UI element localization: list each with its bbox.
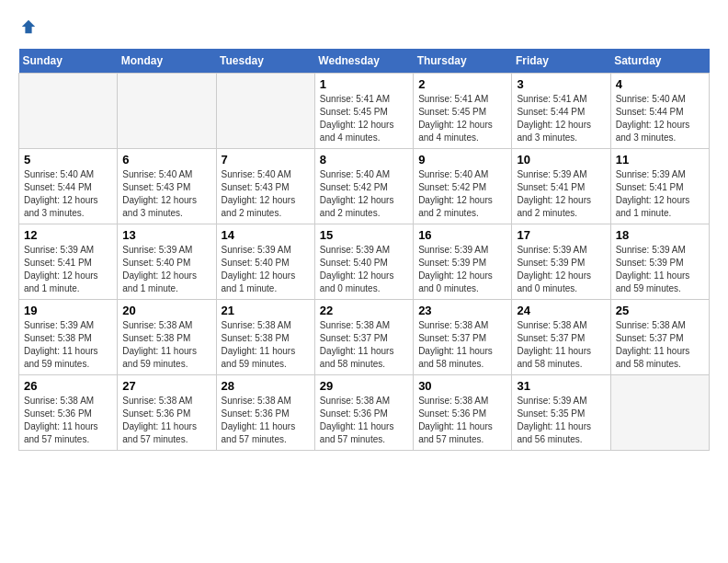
day-number: 19 bbox=[24, 304, 112, 317]
day-info: Sunrise: 5:39 AM Sunset: 5:40 PM Dayligh… bbox=[122, 244, 210, 295]
calendar-cell: 30Sunrise: 5:38 AM Sunset: 5:36 PM Dayli… bbox=[414, 375, 512, 451]
day-info: Sunrise: 5:39 AM Sunset: 5:41 PM Dayligh… bbox=[616, 168, 704, 220]
day-info: Sunrise: 5:39 AM Sunset: 5:40 PM Dayligh… bbox=[320, 244, 408, 295]
calendar-cell bbox=[118, 74, 216, 149]
calendar-week-1: 1Sunrise: 5:41 AM Sunset: 5:45 PM Daylig… bbox=[19, 74, 710, 149]
day-number: 4 bbox=[616, 77, 704, 91]
day-number: 6 bbox=[122, 153, 210, 167]
calendar-cell: 15Sunrise: 5:39 AM Sunset: 5:40 PM Dayli… bbox=[314, 224, 413, 300]
day-number: 24 bbox=[517, 304, 605, 317]
calendar-cell: 14Sunrise: 5:39 AM Sunset: 5:40 PM Dayli… bbox=[216, 224, 314, 300]
day-number: 10 bbox=[517, 153, 605, 167]
day-info: Sunrise: 5:41 AM Sunset: 5:44 PM Dayligh… bbox=[517, 93, 605, 144]
calendar-table: SundayMondayTuesdayWednesdayThursdayFrid… bbox=[18, 49, 710, 451]
day-number: 16 bbox=[418, 228, 506, 242]
calendar-cell: 1Sunrise: 5:41 AM Sunset: 5:45 PM Daylig… bbox=[314, 74, 413, 149]
day-number: 3 bbox=[517, 77, 605, 91]
day-header-tuesday: Tuesday bbox=[216, 49, 314, 74]
day-header-saturday: Saturday bbox=[610, 49, 709, 74]
day-info: Sunrise: 5:40 AM Sunset: 5:43 PM Dayligh… bbox=[122, 168, 210, 220]
day-number: 22 bbox=[320, 304, 408, 317]
day-info: Sunrise: 5:38 AM Sunset: 5:38 PM Dayligh… bbox=[122, 319, 210, 371]
day-info: Sunrise: 5:39 AM Sunset: 5:40 PM Dayligh… bbox=[222, 244, 310, 295]
logo-icon bbox=[20, 18, 37, 35]
calendar-cell: 20Sunrise: 5:38 AM Sunset: 5:38 PM Dayli… bbox=[118, 300, 216, 375]
day-info: Sunrise: 5:39 AM Sunset: 5:39 PM Dayligh… bbox=[517, 244, 605, 295]
header-row: SundayMondayTuesdayWednesdayThursdayFrid… bbox=[19, 49, 710, 74]
calendar-cell: 29Sunrise: 5:38 AM Sunset: 5:36 PM Dayli… bbox=[314, 375, 413, 451]
calendar-cell: 25Sunrise: 5:38 AM Sunset: 5:37 PM Dayli… bbox=[610, 300, 709, 375]
day-number: 27 bbox=[122, 379, 210, 393]
calendar-cell: 3Sunrise: 5:41 AM Sunset: 5:44 PM Daylig… bbox=[512, 74, 610, 149]
day-info: Sunrise: 5:39 AM Sunset: 5:39 PM Dayligh… bbox=[616, 244, 704, 295]
day-number: 8 bbox=[320, 153, 408, 167]
day-info: Sunrise: 5:38 AM Sunset: 5:36 PM Dayligh… bbox=[418, 395, 506, 446]
calendar-cell: 6Sunrise: 5:40 AM Sunset: 5:43 PM Daylig… bbox=[118, 149, 216, 224]
calendar-cell: 7Sunrise: 5:40 AM Sunset: 5:43 PM Daylig… bbox=[216, 149, 314, 224]
day-number: 28 bbox=[222, 379, 310, 393]
day-number: 30 bbox=[418, 379, 506, 393]
day-info: Sunrise: 5:38 AM Sunset: 5:37 PM Dayligh… bbox=[517, 319, 605, 371]
calendar-week-3: 12Sunrise: 5:39 AM Sunset: 5:41 PM Dayli… bbox=[19, 224, 710, 300]
day-number: 2 bbox=[418, 77, 506, 91]
day-info: Sunrise: 5:38 AM Sunset: 5:38 PM Dayligh… bbox=[222, 319, 310, 371]
day-number: 11 bbox=[616, 153, 704, 167]
calendar-cell bbox=[216, 74, 314, 149]
day-number: 21 bbox=[222, 304, 310, 317]
calendar-cell: 11Sunrise: 5:39 AM Sunset: 5:41 PM Dayli… bbox=[610, 149, 709, 224]
day-info: Sunrise: 5:38 AM Sunset: 5:37 PM Dayligh… bbox=[616, 319, 704, 371]
calendar-week-4: 19Sunrise: 5:39 AM Sunset: 5:38 PM Dayli… bbox=[19, 300, 710, 375]
day-number: 13 bbox=[122, 228, 210, 242]
calendar-cell: 10Sunrise: 5:39 AM Sunset: 5:41 PM Dayli… bbox=[512, 149, 610, 224]
calendar-cell: 22Sunrise: 5:38 AM Sunset: 5:37 PM Dayli… bbox=[314, 300, 413, 375]
calendar-cell: 4Sunrise: 5:40 AM Sunset: 5:44 PM Daylig… bbox=[610, 74, 709, 149]
calendar-cell: 21Sunrise: 5:38 AM Sunset: 5:38 PM Dayli… bbox=[216, 300, 314, 375]
calendar-week-2: 5Sunrise: 5:40 AM Sunset: 5:44 PM Daylig… bbox=[19, 149, 710, 224]
day-header-sunday: Sunday bbox=[19, 49, 118, 74]
calendar-cell: 26Sunrise: 5:38 AM Sunset: 5:36 PM Dayli… bbox=[19, 375, 118, 451]
day-info: Sunrise: 5:40 AM Sunset: 5:44 PM Dayligh… bbox=[616, 93, 704, 144]
calendar-cell bbox=[610, 375, 709, 451]
calendar-cell bbox=[19, 74, 118, 149]
calendar-cell: 27Sunrise: 5:38 AM Sunset: 5:36 PM Dayli… bbox=[118, 375, 216, 451]
calendar-cell: 23Sunrise: 5:38 AM Sunset: 5:37 PM Dayli… bbox=[414, 300, 512, 375]
logo bbox=[18, 18, 37, 35]
day-info: Sunrise: 5:38 AM Sunset: 5:36 PM Dayligh… bbox=[122, 395, 210, 446]
day-info: Sunrise: 5:40 AM Sunset: 5:44 PM Dayligh… bbox=[24, 168, 112, 220]
calendar-cell: 2Sunrise: 5:41 AM Sunset: 5:45 PM Daylig… bbox=[414, 74, 512, 149]
day-header-friday: Friday bbox=[512, 49, 610, 74]
day-info: Sunrise: 5:39 AM Sunset: 5:41 PM Dayligh… bbox=[517, 168, 605, 220]
calendar-cell: 19Sunrise: 5:39 AM Sunset: 5:38 PM Dayli… bbox=[19, 300, 118, 375]
day-info: Sunrise: 5:41 AM Sunset: 5:45 PM Dayligh… bbox=[320, 93, 408, 144]
day-header-thursday: Thursday bbox=[414, 49, 512, 74]
day-info: Sunrise: 5:38 AM Sunset: 5:37 PM Dayligh… bbox=[320, 319, 408, 371]
calendar-cell: 13Sunrise: 5:39 AM Sunset: 5:40 PM Dayli… bbox=[118, 224, 216, 300]
calendar-cell: 9Sunrise: 5:40 AM Sunset: 5:42 PM Daylig… bbox=[414, 149, 512, 224]
day-number: 7 bbox=[222, 153, 310, 167]
calendar-cell: 24Sunrise: 5:38 AM Sunset: 5:37 PM Dayli… bbox=[512, 300, 610, 375]
day-number: 12 bbox=[24, 228, 112, 242]
day-number: 29 bbox=[320, 379, 408, 393]
day-number: 15 bbox=[320, 228, 408, 242]
day-number: 17 bbox=[517, 228, 605, 242]
calendar-cell: 28Sunrise: 5:38 AM Sunset: 5:36 PM Dayli… bbox=[216, 375, 314, 451]
day-info: Sunrise: 5:38 AM Sunset: 5:37 PM Dayligh… bbox=[418, 319, 506, 371]
day-header-monday: Monday bbox=[118, 49, 216, 74]
day-number: 31 bbox=[517, 379, 605, 393]
day-info: Sunrise: 5:39 AM Sunset: 5:35 PM Dayligh… bbox=[517, 395, 605, 446]
day-header-wednesday: Wednesday bbox=[314, 49, 413, 74]
day-info: Sunrise: 5:39 AM Sunset: 5:41 PM Dayligh… bbox=[24, 244, 112, 295]
day-info: Sunrise: 5:39 AM Sunset: 5:38 PM Dayligh… bbox=[24, 319, 112, 371]
day-number: 18 bbox=[616, 228, 704, 242]
calendar-cell: 16Sunrise: 5:39 AM Sunset: 5:39 PM Dayli… bbox=[414, 224, 512, 300]
calendar-cell: 8Sunrise: 5:40 AM Sunset: 5:42 PM Daylig… bbox=[314, 149, 413, 224]
day-info: Sunrise: 5:38 AM Sunset: 5:36 PM Dayligh… bbox=[222, 395, 310, 446]
day-number: 26 bbox=[24, 379, 112, 393]
calendar-week-5: 26Sunrise: 5:38 AM Sunset: 5:36 PM Dayli… bbox=[19, 375, 710, 451]
calendar-cell: 12Sunrise: 5:39 AM Sunset: 5:41 PM Dayli… bbox=[19, 224, 118, 300]
day-info: Sunrise: 5:38 AM Sunset: 5:36 PM Dayligh… bbox=[320, 395, 408, 446]
day-info: Sunrise: 5:41 AM Sunset: 5:45 PM Dayligh… bbox=[418, 93, 506, 144]
day-number: 23 bbox=[418, 304, 506, 317]
calendar-cell: 18Sunrise: 5:39 AM Sunset: 5:39 PM Dayli… bbox=[610, 224, 709, 300]
calendar-cell: 5Sunrise: 5:40 AM Sunset: 5:44 PM Daylig… bbox=[19, 149, 118, 224]
